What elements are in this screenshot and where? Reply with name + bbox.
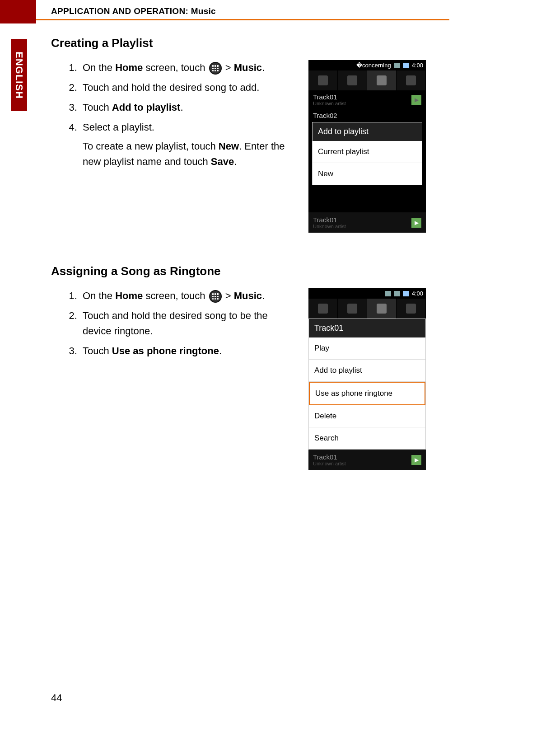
playlist-step-4: Select a playlist. To create a new playl… (80, 120, 296, 169)
apps-icon (209, 290, 222, 303)
section-assigning-ringtone: Assigning a Song as Ringtone On the Home… (51, 264, 426, 470)
phone-statusbar: �concerning 4:00 (308, 60, 426, 70)
popup-item-use-as-ringtone[interactable]: Use as phone ringtone (309, 382, 425, 405)
popup-item-search[interactable]: Search (309, 427, 425, 449)
screenshot-add-to-playlist: �concerning 4:00 Track01 Unknown artist (308, 60, 426, 233)
tab-artists[interactable] (308, 70, 338, 90)
play-icon: ▶ (411, 218, 421, 228)
playlist-step-2: Touch and hold the desired song to add. (80, 80, 296, 95)
popup-add-to-playlist: Add to playlist Current playlist New (312, 122, 422, 185)
play-icon: ▶ (411, 455, 421, 465)
playlist-instructions: On the Home screen, touch > Music. Touch… (51, 60, 296, 174)
tab-albums[interactable] (338, 299, 367, 319)
status-time: 4:00 (412, 62, 423, 69)
popup-title: Add to playlist (313, 122, 422, 141)
wifi-icon: �concerning (356, 62, 391, 69)
tab-songs[interactable] (367, 70, 397, 90)
play-icon: ▶ (411, 95, 421, 105)
music-tabs (308, 299, 426, 319)
tab-playlists[interactable] (397, 299, 426, 319)
playlist-step-3: Touch Add to playlist. (80, 100, 296, 115)
playlist-step-1: On the Home screen, touch > Music. (80, 60, 296, 75)
popup-item-current-playlist[interactable]: Current playlist (313, 141, 422, 163)
header-accent-block (0, 0, 36, 23)
page-number: 44 (51, 692, 62, 704)
now-playing-bar[interactable]: Track01 Unknown artist ▶ (308, 450, 426, 470)
content-area: Creating a Playlist On the Home screen, … (51, 36, 426, 501)
section-title-playlist: Creating a Playlist (51, 36, 426, 50)
signal-icon (394, 291, 400, 296)
track-row-2[interactable]: Track02 (308, 109, 426, 122)
popup-item-play[interactable]: Play (309, 337, 425, 360)
popup-item-add-to-playlist[interactable]: Add to playlist (309, 360, 425, 382)
popup-title: Track01 (309, 319, 425, 337)
battery-icon (403, 63, 409, 68)
status-time: 4:00 (412, 290, 423, 297)
tab-albums[interactable] (338, 70, 367, 90)
tab-artists[interactable] (308, 299, 338, 319)
track-row-1[interactable]: Track01 Unknown artist ▶ (308, 90, 426, 109)
wifi-icon (385, 291, 391, 296)
header-rule (36, 19, 449, 20)
popup-item-delete[interactable]: Delete (309, 405, 425, 427)
ringtone-step-1: On the Home screen, touch > Music. (80, 288, 296, 304)
tab-playlists[interactable] (397, 70, 426, 90)
section-title-ringtone: Assigning a Song as Ringtone (51, 264, 426, 278)
language-tab: ENGLISH (11, 39, 27, 111)
section-creating-playlist: Creating a Playlist On the Home screen, … (51, 36, 426, 233)
now-playing-bar[interactable]: Track01 Unknown artist ▶ (308, 212, 426, 233)
popup-song-context: Track01 Play Add to playlist Use as phon… (308, 319, 426, 450)
screenshot-use-as-ringtone: 4:00 Track01 Play Add to playlist Use as… (308, 288, 426, 470)
battery-icon (403, 291, 409, 296)
phone-statusbar: 4:00 (308, 288, 426, 299)
popup-item-new[interactable]: New (313, 163, 422, 185)
ringtone-instructions: On the Home screen, touch > Music. Touch… (51, 288, 296, 363)
music-tabs (308, 70, 426, 90)
apps-icon (209, 62, 222, 75)
ringtone-step-2: Touch and hold the desired song to be th… (80, 308, 296, 339)
page-header: APPLICATION AND OPERATION: Music (51, 6, 216, 16)
ringtone-step-3: Touch Use as phone ringtone. (80, 343, 296, 359)
signal-icon (394, 63, 400, 68)
tab-songs[interactable] (367, 299, 397, 319)
